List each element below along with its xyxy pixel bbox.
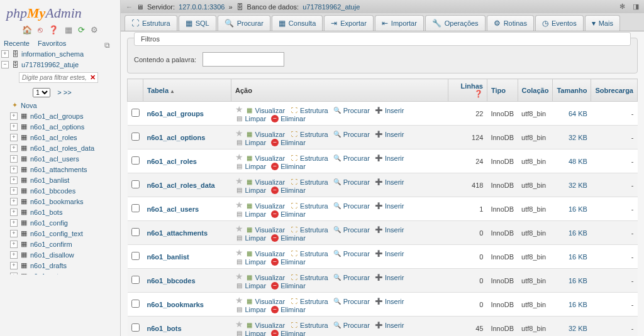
tab-recent[interactable]: Recente [4,40,30,47]
action-drop[interactable]: −Eliminar [271,330,306,336]
expand-icon[interactable]: + [10,155,18,163]
row-checkbox[interactable] [131,109,140,117]
tree-table[interactable]: +▦n6o1_acl_roles [1,132,103,143]
action-view[interactable]: ▦Visualizar [245,273,286,281]
expand-icon[interactable]: + [10,144,18,152]
action-insert[interactable]: ➕Inserir [375,106,404,114]
action-drop[interactable]: −Eliminar [271,234,306,242]
col-colacao[interactable]: Colação [518,79,553,102]
tree-table[interactable]: +▦n6o1_acl_roles_data [1,143,103,153]
action-insert[interactable]: ➕Inserir [375,202,404,210]
action-search[interactable]: 🔍Procurar [333,249,370,257]
row-checkbox[interactable] [131,204,140,212]
table-link[interactable]: n6o1_bbcodes [147,277,196,285]
action-structure[interactable]: ⛶Estrutura [290,106,328,114]
action-structure[interactable]: ⛶Estrutura [290,225,328,234]
tab-rotinas[interactable]: ⚙Rotinas [487,15,534,31]
table-link[interactable]: n6o1_banlist [147,253,189,261]
tree-db[interactable]: −🗄u717819962_atuje [1,59,103,70]
action-empty[interactable]: ▤Limpar [235,138,267,146]
action-insert[interactable]: ➕Inserir [375,273,404,281]
action-view[interactable]: ▦Visualizar [245,130,286,138]
col-tamanho[interactable]: Tamanho [553,79,591,102]
tab-mais[interactable]: ▾Mais [585,15,620,31]
action-drop[interactable]: −Eliminar [271,139,306,146]
action-structure[interactable]: ⛶Estrutura [290,321,328,329]
expand-icon[interactable]: + [10,241,18,248]
expand-icon[interactable]: + [10,112,18,120]
action-structure[interactable]: ⛶Estrutura [290,202,328,210]
action-search[interactable]: 🔍Procurar [333,178,370,186]
action-search[interactable]: 🔍Procurar [333,297,370,305]
gear-icon[interactable]: ✻ [619,3,625,11]
collapse-icon[interactable]: − [1,61,9,68]
action-view[interactable]: ▦Visualizar [245,202,286,210]
row-checkbox[interactable] [131,180,140,188]
tree-table[interactable]: +▦n6o1_attachments [1,164,103,175]
db-link[interactable]: u717819962_atuje [303,3,360,11]
expand-icon[interactable]: + [10,251,18,259]
action-insert[interactable]: ➕Inserir [375,321,404,329]
col-tabela[interactable]: Tabela▲ [143,79,231,102]
expand-icon[interactable]: + [10,273,18,275]
action-drop[interactable]: −Eliminar [271,282,306,290]
table-link[interactable]: n6o1_acl_users [147,205,199,213]
tab-procurar[interactable]: 🔍Procurar [218,15,270,31]
action-empty[interactable]: ▤Limpar [235,257,267,266]
tree-table[interactable]: +▦n6o1_bots [1,207,103,217]
action-structure[interactable]: ⛶Estrutura [290,178,328,186]
action-insert[interactable]: ➕Inserir [375,225,404,234]
page-select[interactable]: 1 [33,88,50,97]
action-search[interactable]: 🔍Procurar [333,202,370,210]
action-drop[interactable]: −Eliminar [271,258,306,266]
expand-icon[interactable]: + [10,123,18,131]
tree-table[interactable]: +▦n6o1_ext [1,271,103,274]
home-icon[interactable]: 🏠 [22,25,32,35]
table-link[interactable]: n6o1_acl_groups [147,110,204,117]
action-drop[interactable]: −Eliminar [271,187,306,194]
logo[interactable]: phpMyAdmin [0,0,120,24]
action-empty[interactable]: ▤Limpar [235,305,267,313]
logout-icon[interactable]: ⎋ [38,25,43,35]
action-view[interactable]: ▦Visualizar [245,321,286,329]
action-empty[interactable]: ▤Limpar [235,162,267,170]
action-view[interactable]: ▦Visualizar [245,106,286,114]
row-checkbox[interactable] [131,276,140,284]
paginator-next[interactable]: > >> [57,89,71,96]
action-view[interactable]: ▦Visualizar [245,154,286,162]
tree-table[interactable]: +▦n6o1_config_text [1,228,103,239]
help-icon[interactable]: ❓ [474,90,483,97]
action-view[interactable]: ▦Visualizar [245,225,286,234]
favorite-star[interactable]: ★ [235,200,243,210]
tree-table[interactable]: +▦n6o1_bbcodes [1,185,103,196]
col-tipo[interactable]: Tipo [487,79,518,102]
link-icon[interactable]: ⧉ [104,41,110,50]
action-structure[interactable]: ⛶Estrutura [290,297,328,305]
tree-filter-input[interactable] [19,72,98,83]
tree-table[interactable]: +▦n6o1_drafts [1,260,103,271]
table-link[interactable]: n6o1_acl_roles [147,158,197,165]
row-checkbox[interactable] [131,323,140,332]
action-empty[interactable]: ▤Limpar [235,210,267,218]
action-search[interactable]: 🔍Procurar [333,130,370,138]
tree-table[interactable]: +▦n6o1_acl_groups [1,111,103,121]
favorite-star[interactable]: ★ [235,152,243,162]
action-insert[interactable]: ➕Inserir [375,178,404,186]
action-empty[interactable]: ▤Limpar [235,281,267,290]
clear-icon[interactable]: ✕ [90,73,96,82]
action-insert[interactable]: ➕Inserir [375,130,404,138]
favorite-star[interactable]: ★ [235,104,243,114]
filter-word-input[interactable] [203,52,284,67]
expand-icon[interactable]: + [10,134,18,141]
action-structure[interactable]: ⛶Estrutura [290,249,328,257]
tab-operações[interactable]: 🔧Operações [425,15,486,31]
tab-importar[interactable]: ⇤Importar [375,15,424,31]
favorite-star[interactable]: ★ [235,176,243,186]
action-structure[interactable]: ⛶Estrutura [290,130,328,138]
server-link[interactable]: 127.0.0.1:3306 [179,3,225,11]
tab-favorites[interactable]: Favoritos [38,40,66,47]
action-view[interactable]: ▦Visualizar [245,178,286,186]
col-linhas[interactable]: Linhas ❓ [448,79,487,102]
expand-icon[interactable]: + [10,219,18,227]
expand-icon[interactable]: + [10,166,18,173]
